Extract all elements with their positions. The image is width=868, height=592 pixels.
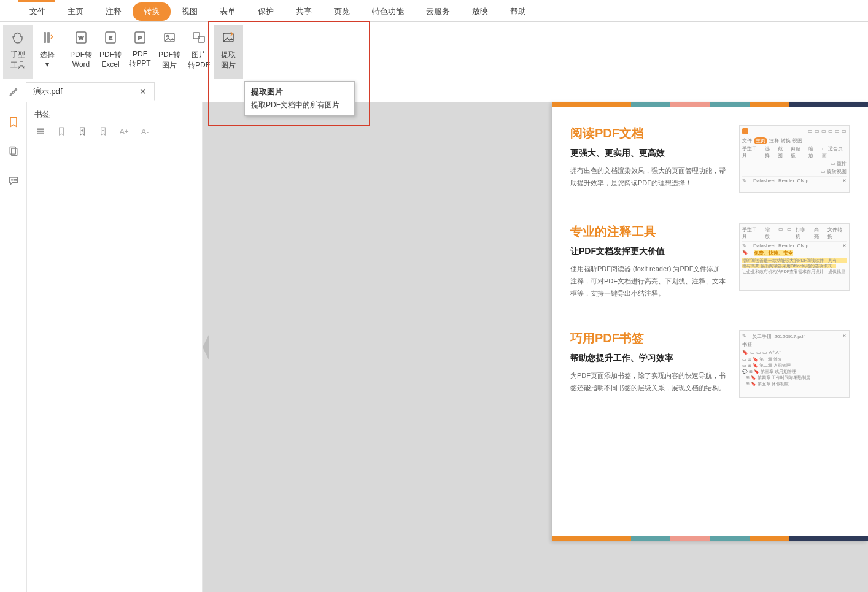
bm-expand-icon[interactable] <box>34 125 47 137</box>
ribbon-label: 提取 <box>221 50 236 60</box>
word-icon: W <box>72 29 90 46</box>
ribbon-label: 转PDF <box>188 60 210 71</box>
svg-text:W: W <box>79 35 84 41</box>
bm-add-icon[interactable] <box>55 125 68 137</box>
hand-icon <box>9 29 26 46</box>
menu-browse[interactable]: 页览 <box>323 2 361 21</box>
page-bottom-stripe <box>552 536 868 541</box>
excel-icon: E <box>102 29 119 46</box>
page-section-3: 巧用PDF书签 帮助您提升工作、学习效率 为PDF页面添加书签，除了实现内容的快… <box>552 312 868 410</box>
menu-home[interactable]: 主页 <box>56 2 95 21</box>
menu-features[interactable]: 特色功能 <box>361 2 415 21</box>
ribbon-tooltip: 提取图片 提取PDF文档中的所有图片 <box>244 81 355 116</box>
bookmark-panel-title: 书签 <box>33 107 196 125</box>
svg-rect-17 <box>37 131 44 131</box>
menu-annotate[interactable]: 注释 <box>95 2 133 21</box>
section-subtitle: 让PDF文档发挥更大价值 <box>570 246 727 257</box>
svg-point-14 <box>14 180 15 181</box>
ribbon-label: Excel <box>101 60 119 69</box>
svg-rect-16 <box>37 129 44 129</box>
ribbon-label: 图片 <box>221 60 236 71</box>
ribbon-label: PDF转 <box>99 50 122 60</box>
menu-bar: 文件 主页 注释 转换 视图 表单 保护 共享 页览 特色功能 云服务 放映 帮… <box>0 2 868 22</box>
section-body: 使用福昕PDF阅读器 (foxit reader) 为PDF文件添加注释，可对P… <box>570 263 727 299</box>
comments-tab-icon[interactable] <box>6 173 21 189</box>
menu-convert[interactable]: 转换 <box>133 2 171 21</box>
document-canvas[interactable]: 阅读PDF文档 更强大、更实用、更高效 拥有出色的文档渲染效果，强大的页面管理功… <box>203 102 868 592</box>
image-to-pdf-icon <box>190 29 207 46</box>
bookmark-tools: A+ A- <box>33 125 196 137</box>
menu-cloud[interactable]: 云服务 <box>415 2 461 21</box>
tooltip-body: 提取PDF文档中的所有图片 <box>251 100 348 110</box>
pdf-to-image-button[interactable]: PDF转 图片 <box>155 25 184 79</box>
select-tool-button[interactable]: 选择 ▾ <box>33 25 62 79</box>
ribbon-separator <box>64 28 64 77</box>
page-section-2: 专业的注释工具 让PDF文档发挥更大价值 使用福昕PDF阅读器 (foxit r… <box>552 205 868 312</box>
document-tab-bar: 演示.pdf ✕ <box>0 80 868 102</box>
bookmark-tab-icon[interactable] <box>6 114 21 130</box>
pdf-to-ppt-button[interactable]: P PDF 转PPT <box>125 25 155 79</box>
svg-text:E: E <box>109 35 112 41</box>
menu-file[interactable]: 文件 <box>18 2 56 21</box>
section-thumbnail: ▭▭▭▭▭▭ 文件 主页 注释 转换 视图 手型工具选择截图剪贴板缩放 ▭ 适合… <box>739 125 850 193</box>
extract-images-button[interactable]: 提取 图片 <box>214 25 243 79</box>
ribbon-label: ▾ <box>45 60 49 69</box>
select-icon <box>39 29 56 46</box>
tab-title: 演示.pdf <box>33 86 63 97</box>
menu-help[interactable]: 帮助 <box>499 2 537 21</box>
main-area: 书签 A+ A- 阅读PDF文档 更强大、更实用、更高效 拥有出色的文档渲染效果… <box>0 102 868 592</box>
svg-rect-18 <box>37 133 44 134</box>
pages-tab-icon[interactable] <box>6 144 21 160</box>
section-thumbnail: 手型工具缩放▭▭打字机高亮文件转换 ✎Datasheet_Reader_CN.p… <box>739 223 850 291</box>
pdf-to-word-button[interactable]: W PDF转 Word <box>66 25 96 79</box>
ribbon-label: 工具 <box>10 60 25 71</box>
ribbon-label: 选择 <box>40 50 55 60</box>
bm-remove-icon[interactable] <box>97 125 109 137</box>
section-subtitle: 帮助您提升工作、学习效率 <box>570 353 727 364</box>
menu-share[interactable]: 共享 <box>285 2 323 21</box>
ribbon-label: 图片 <box>192 50 206 60</box>
pdf-page: 阅读PDF文档 更强大、更实用、更高效 拥有出色的文档渲染效果，强大的页面管理功… <box>552 102 868 541</box>
svg-point-15 <box>15 180 17 181</box>
ribbon-label: 转PPT <box>129 58 150 69</box>
extract-image-icon <box>220 29 237 46</box>
page-section-1: 阅读PDF文档 更强大、更实用、更高效 拥有出色的文档渲染效果，强大的页面管理功… <box>552 107 868 205</box>
document-tab[interactable]: 演示.pdf ✕ <box>26 82 155 101</box>
section-subtitle: 更强大、更实用、更高效 <box>570 148 727 159</box>
section-title: 阅读PDF文档 <box>570 125 727 142</box>
hand-tool-button[interactable]: 手型 工具 <box>3 25 33 79</box>
tooltip-title: 提取图片 <box>251 86 348 98</box>
ribbon-label: 图片 <box>162 60 177 71</box>
collapse-panel-handle[interactable] <box>203 335 209 359</box>
ribbon-toolbar: 手型 工具 选择 ▾ W PDF转 Word E PDF转 Excel P PD… <box>0 22 868 80</box>
ribbon-label: 手型 <box>10 50 25 60</box>
section-body: 拥有出色的文档渲染效果，强大的页面管理功能，帮助提升效率，是您阅读PDF的理想选… <box>570 165 727 190</box>
edit-pen-icon[interactable] <box>2 83 26 100</box>
image-to-pdf-button[interactable]: 图片 转PDF <box>184 25 214 79</box>
menu-slideshow[interactable]: 放映 <box>461 2 499 21</box>
ribbon-label: PDF转 <box>70 50 92 60</box>
image-icon <box>161 29 178 46</box>
page-top-stripe <box>552 102 868 107</box>
svg-point-7 <box>167 36 169 37</box>
tab-close-icon[interactable]: ✕ <box>139 86 147 96</box>
pdf-to-excel-button[interactable]: E PDF转 Excel <box>96 25 125 79</box>
bm-font-increase-icon[interactable]: A+ <box>118 125 130 137</box>
menu-view[interactable]: 视图 <box>171 2 209 21</box>
svg-rect-12 <box>11 148 17 156</box>
menu-form[interactable]: 表单 <box>209 2 247 21</box>
section-title: 专业的注释工具 <box>570 223 727 240</box>
section-title: 巧用PDF书签 <box>570 330 727 347</box>
bookmark-panel: 书签 A+ A- <box>27 102 203 592</box>
menu-protect[interactable]: 保护 <box>247 2 285 21</box>
ribbon-label: PDF <box>133 50 147 58</box>
svg-point-13 <box>11 180 12 181</box>
ribbon-label: PDF转 <box>158 50 180 60</box>
bm-add-plus-icon[interactable] <box>76 125 88 137</box>
ribbon-label: Word <box>72 60 90 69</box>
section-thumbnail: ✎员工手册_20120917.pdf✕ 书签 🔖▭ ▭ ▭ A⁺ A⁻ ▭ ⊞ … <box>739 330 850 398</box>
svg-rect-11 <box>10 147 15 155</box>
bm-font-decrease-icon[interactable]: A- <box>139 125 151 137</box>
ppt-icon: P <box>131 29 149 46</box>
section-body: 为PDF页面添加书签，除了实现内容的快速导航，书签还能指明不同书签的层级关系，展… <box>570 370 727 394</box>
